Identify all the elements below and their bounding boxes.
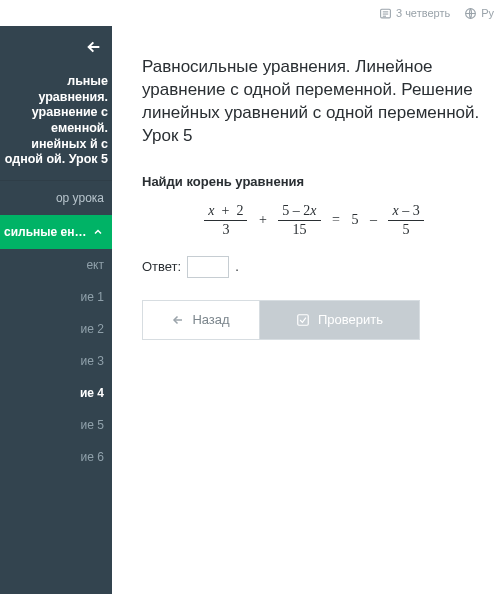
quarter-selector[interactable]: 3 четверть	[379, 7, 450, 20]
sidebar-subitem-4[interactable]: ие 4	[0, 377, 112, 409]
check-square-icon	[296, 313, 310, 327]
lang-label: Ру	[481, 7, 494, 19]
sidebar-subitem-2[interactable]: ие 2	[0, 313, 112, 345]
equation: x + 23 + 5 – 2x15 = 5 – x – 35	[142, 203, 486, 238]
answer-period: .	[235, 259, 239, 274]
sidebar-subitem-3[interactable]: ие 3	[0, 345, 112, 377]
sidebar-subitem-1[interactable]: ие 1	[0, 281, 112, 313]
back-button[interactable]: Назад	[142, 300, 260, 340]
check-button[interactable]: Проверить	[260, 300, 420, 340]
task-label: Найди корень уравнения	[142, 174, 486, 189]
sidebar-subitem-5[interactable]: ие 5	[0, 409, 112, 441]
quarter-label: 3 четверть	[396, 7, 450, 19]
answer-label: Ответ:	[142, 259, 181, 274]
globe-icon	[464, 7, 477, 20]
sidebar-subitem-6[interactable]: ие 6	[0, 441, 112, 473]
chevron-up-icon	[92, 226, 104, 238]
arrow-left-icon	[172, 314, 184, 326]
sidebar-back-button[interactable]	[0, 26, 112, 68]
sidebar-title: льные уравнения. уравнение с еменной. ин…	[0, 68, 112, 180]
answer-input[interactable]	[187, 256, 229, 278]
sidebar-subitem-0[interactable]: ект	[0, 249, 112, 281]
sidebar-accordion[interactable]: сильные ения. Линей...	[0, 215, 112, 249]
sidebar-overview[interactable]: ор урока	[0, 180, 112, 215]
check-button-label: Проверить	[318, 312, 383, 327]
page-title: Равносильные уравнения. Линейное уравнен…	[142, 56, 486, 148]
sidebar: льные уравнения. уравнение с еменной. ин…	[0, 26, 112, 594]
lang-selector[interactable]: Ру	[464, 7, 494, 20]
arrow-left-icon	[86, 39, 102, 55]
back-button-label: Назад	[192, 312, 229, 327]
content: Равносильные уравнения. Линейное уравнен…	[112, 26, 500, 594]
svg-rect-8	[298, 315, 309, 326]
list-icon	[379, 7, 392, 20]
sidebar-accordion-label: сильные ения. Линей...	[4, 225, 88, 239]
